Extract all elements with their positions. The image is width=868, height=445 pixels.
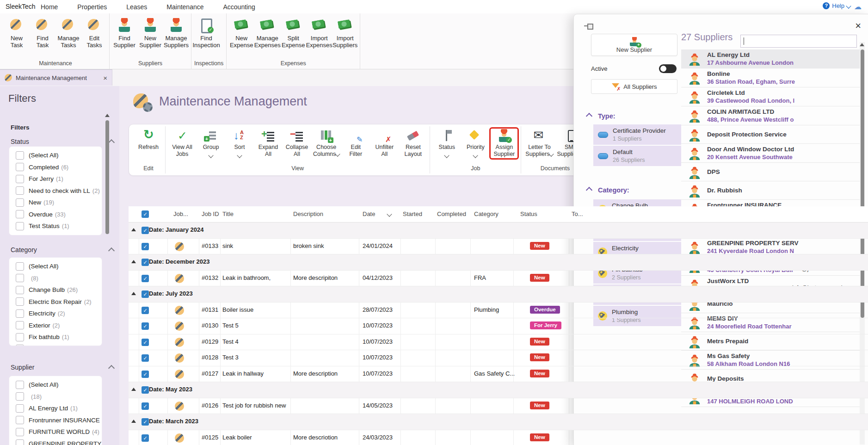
toolbar-button[interactable]: Refresh [135, 128, 162, 152]
column-header[interactable]: To... [572, 210, 583, 217]
ribbon-button[interactable]: SplitExpense [281, 18, 305, 58]
row-checkbox[interactable]: ✓ [142, 275, 149, 282]
row-checkbox[interactable]: ✓ [142, 259, 149, 266]
supplier-row[interactable]: AL Energy Ltd 17 Ashbourne Avenue London [681, 49, 860, 68]
column-header[interactable]: Job ID [202, 210, 219, 217]
checkbox[interactable] [16, 404, 24, 413]
filter-option-row[interactable]: (Select All) [9, 260, 102, 272]
group-expander-icon[interactable] [131, 260, 136, 263]
row-checkbox[interactable]: ✓ [142, 290, 149, 298]
ribbon-button[interactable]: ImportSuppliers [333, 18, 357, 58]
toolbar-button[interactable]: AssignSupplier [490, 128, 518, 159]
table-row[interactable]: ✓ #0132 Leak in bathroom, More descripit… [129, 271, 868, 287]
new-supplier-button[interactable]: New Supplier [591, 34, 677, 56]
close-icon[interactable]: × [855, 20, 861, 32]
group-expander-icon[interactable] [131, 420, 136, 423]
row-checkbox[interactable]: ✓ [142, 371, 149, 378]
ribbon-button[interactable]: ManageTasks [56, 18, 80, 58]
menu-item[interactable]: Accounting [222, 1, 256, 12]
filter-option-row[interactable]: Need to check with LL (2) [9, 185, 102, 197]
checkbox[interactable] [16, 262, 24, 271]
toolbar-button[interactable]: View AllJobs [168, 128, 196, 159]
supplier-row[interactable]: COLIN ARMITAGE LTD 488, Prince Avenue We… [681, 106, 860, 125]
filter-option-row[interactable]: Fix bathtub (1) [9, 331, 102, 343]
toolbar-button[interactable]: Letter ToSuppliers [524, 128, 554, 159]
table-row[interactable]: ✓ #0129 Test 4 10/07/2023 New [129, 334, 868, 351]
row-checkbox[interactable]: ✓ [142, 386, 149, 394]
supplier-search-box[interactable] [740, 35, 857, 48]
ribbon-button[interactable]: FindSupplier [112, 18, 136, 58]
table-row[interactable]: ✓ #0133 sink broken sink 24/01/2024 New [129, 239, 868, 255]
filter-option-row[interactable]: Frontrunner INSURANCE (4) [9, 414, 102, 426]
column-header[interactable]: Completed [437, 210, 466, 217]
menu-item[interactable]: Home [40, 1, 59, 12]
table-row[interactable]: ✓ #0130 Test 5 10/07/2023 For Jerry [129, 318, 868, 334]
filter-option-row[interactable]: FRA (5) [9, 343, 102, 346]
checkbox[interactable] [16, 392, 24, 401]
filter-section-header-supplier[interactable]: Supplier [11, 364, 34, 371]
supplier-row[interactable]: Door And Window Doctor Ltd 20 Kensett Av… [681, 144, 860, 163]
filter-option-row[interactable]: (8) [9, 272, 102, 284]
supplier-row[interactable]: Deposit Protection Service [681, 125, 860, 144]
ribbon-button[interactable]: FindInspection [194, 18, 218, 58]
row-checkbox[interactable]: ✓ [142, 354, 149, 362]
row-checkbox[interactable]: ✓ [142, 418, 149, 426]
row-checkbox[interactable]: ✓ [142, 322, 149, 330]
toolbar-button[interactable]: ExpandAll [254, 128, 282, 159]
tab-close-icon[interactable]: × [103, 74, 107, 82]
scroll-up-icon[interactable] [105, 114, 110, 117]
filter-option-row[interactable]: New (19) [9, 197, 102, 209]
filter-option-row[interactable]: FURNITURE WORLD (4) [9, 426, 102, 438]
toolbar-button[interactable]: Priority [462, 128, 489, 156]
toolbar-button[interactable]: Sort [226, 128, 253, 156]
active-toggle[interactable] [659, 64, 677, 73]
table-row[interactable]: ✓ Date: March 2023 [129, 414, 868, 430]
table-row[interactable]: ✓ #0127 Leak in hallway More description… [129, 366, 868, 383]
checkbox[interactable] [16, 416, 24, 424]
menu-item[interactable]: Properties [76, 1, 108, 12]
filter-option-row[interactable]: For Jerry (1) [9, 173, 102, 185]
toolbar-button[interactable]: ResetLayout [399, 128, 427, 159]
column-header[interactable]: Started [403, 210, 422, 217]
supplier-row[interactable]: Circletek Ltd 39 Castlewood Road London,… [681, 87, 860, 106]
row-checkbox[interactable]: ✓ [142, 227, 149, 234]
ribbon-button[interactable]: NewSupplier [138, 18, 162, 58]
toolbar-button[interactable]: UnfilterAll [370, 128, 398, 159]
toolbar-button[interactable]: ChooseColumns [312, 128, 341, 159]
table-row[interactable]: ✓ #0131 Boiler issue 28/07/2023 Plumbing… [129, 303, 868, 319]
scroll-up-icon[interactable] [860, 43, 864, 46]
table-row[interactable]: ✓ Date: May 2023 [129, 382, 868, 398]
type-section-header[interactable]: Type: [587, 112, 616, 120]
ribbon-button[interactable]: ManageExpenses [255, 18, 279, 58]
table-row[interactable]: ✓ #0125 Leak boiler More descriotion 24/… [129, 430, 868, 445]
table-row[interactable]: ✓ #0126 Test job for rubbish new 14/05/2… [129, 398, 868, 414]
group-expander-icon[interactable] [131, 388, 136, 391]
ribbon-button[interactable]: NewTask [5, 18, 29, 58]
toolbar-button[interactable]: Status [433, 128, 461, 156]
row-checkbox[interactable]: ✓ [142, 434, 149, 442]
supplier-row[interactable]: Dr. Rubbish [681, 181, 860, 200]
table-row[interactable]: ✓ Date: January 2024 [129, 222, 868, 239]
checkbox[interactable] [16, 274, 24, 282]
row-checkbox[interactable]: ✓ [142, 339, 149, 346]
table-row[interactable]: ✓ Date: July 2023 [129, 286, 868, 303]
column-header[interactable]: Date [363, 210, 375, 217]
supplier-search-input[interactable] [741, 35, 856, 47]
filter-option-row[interactable]: Test Status (1) [9, 220, 102, 232]
tab-maintenance-management[interactable]: Maintenance Management × [0, 69, 112, 86]
checkbox[interactable] [16, 428, 24, 436]
filter-option-row[interactable]: Overdue (33) [9, 209, 102, 221]
ribbon-button[interactable]: ManageSuppliers [164, 18, 188, 58]
ribbon-button[interactable]: FindTask [31, 18, 55, 58]
filter-option-row[interactable]: (Select All) [9, 379, 102, 391]
scrollbar-thumb[interactable] [105, 120, 109, 234]
type-filter-item[interactable]: Default26 Suppliers [593, 146, 681, 166]
select-all-checkbox[interactable]: ✓ [142, 210, 149, 218]
column-header[interactable]: Status [520, 210, 537, 217]
checkbox[interactable] [16, 333, 24, 341]
filter-option-row[interactable]: AL Energy Ltd (1) [9, 402, 102, 414]
toolbar-button[interactable]: EditFilter [342, 128, 369, 159]
toolbar-button[interactable]: CollapseAll [283, 128, 311, 159]
checkbox[interactable] [16, 439, 24, 445]
column-header[interactable]: Job... [173, 210, 188, 217]
